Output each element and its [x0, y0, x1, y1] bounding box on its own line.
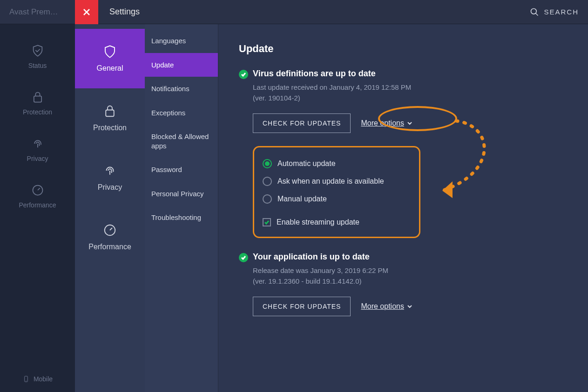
mobile-icon	[22, 375, 30, 383]
app-status-title: Your application is up to date	[253, 252, 568, 262]
rail-item-performance[interactable]: Performance	[0, 173, 75, 219]
checkbox-streaming-update[interactable]: Enable streaming update	[263, 208, 411, 226]
chevron-down-icon	[407, 304, 412, 309]
page-title: Update	[239, 43, 568, 55]
left-rail: Status Protection Privacy Performance Mo…	[0, 24, 75, 392]
radio-icon	[263, 177, 272, 186]
shield-check-icon	[31, 44, 44, 57]
svg-point-1	[531, 8, 537, 14]
rail-item-protection[interactable]: Protection	[0, 80, 75, 126]
virus-status-title: Virus definitions are up to date	[253, 69, 568, 79]
settings-title: Settings	[109, 7, 140, 17]
tab-privacy[interactable]: Privacy	[75, 148, 145, 207]
close-button[interactable]	[75, 0, 98, 24]
fingerprint-icon	[103, 164, 117, 178]
sub-troubleshooting[interactable]: Troubleshooting	[145, 206, 218, 230]
check-virus-updates-button[interactable]: CHECK FOR UPDATES	[253, 113, 351, 133]
search-icon	[530, 7, 539, 17]
radio-manual-update[interactable]: Manual update	[263, 190, 411, 208]
sub-personal-privacy[interactable]: Personal Privacy	[145, 182, 218, 206]
sub-update[interactable]: Update	[145, 53, 218, 77]
tab-performance[interactable]: Performance	[75, 207, 145, 267]
lock-icon	[103, 104, 117, 118]
app-logo: Avast Prem…	[0, 7, 58, 17]
more-options-virus-link[interactable]: More options	[361, 119, 412, 127]
tab-protection[interactable]: Protection	[75, 88, 145, 148]
lock-icon	[31, 91, 44, 104]
sub-notifications[interactable]: Notifications	[145, 77, 218, 101]
sub-password[interactable]: Password	[145, 158, 218, 182]
rail-item-status[interactable]: Status	[0, 33, 75, 80]
virus-version: (ver. 190104-2)	[253, 94, 300, 102]
gauge-icon	[103, 223, 117, 237]
chevron-down-icon	[407, 120, 412, 126]
update-options-panel: Automatic update Ask when an update is a…	[253, 146, 420, 238]
svg-rect-2	[34, 96, 41, 102]
application-section: Your application is up to date Release d…	[239, 252, 568, 316]
radio-icon	[263, 194, 272, 204]
search-label: SEARCH	[544, 8, 579, 16]
virus-definitions-section: Virus definitions are up to date Last up…	[239, 69, 568, 238]
rail-item-mobile[interactable]: Mobile	[22, 375, 53, 383]
check-app-updates-button[interactable]: CHECK FOR UPDATES	[253, 297, 351, 316]
close-icon	[83, 8, 90, 16]
settings-subcategory-column: Languages Update Notifications Exception…	[145, 24, 218, 392]
check-circle-icon	[239, 70, 248, 79]
virus-last-update: Last update received on January 4, 2019 …	[253, 83, 411, 91]
fingerprint-icon	[31, 137, 44, 150]
svg-rect-5	[106, 110, 114, 117]
more-options-app-link[interactable]: More options	[361, 302, 412, 311]
radio-ask-update[interactable]: Ask when an update is available	[263, 173, 411, 190]
sub-languages[interactable]: Languages	[145, 29, 218, 53]
radio-automatic-update[interactable]: Automatic update	[263, 155, 411, 173]
shield-icon	[103, 45, 117, 59]
settings-content: Update Virus definitions are up to date …	[218, 24, 588, 392]
app-name: Avast Prem…	[9, 7, 58, 17]
gauge-icon	[31, 184, 44, 197]
settings-category-column: General Protection Privacy Performance	[75, 24, 145, 392]
app-release-date: Release date was January 3, 2019 6:22 PM	[253, 266, 388, 274]
search-button[interactable]: SEARCH	[530, 7, 579, 17]
app-version: (ver. 19.1.2360 - build 19.1.4142.0)	[253, 277, 362, 285]
rail-item-privacy[interactable]: Privacy	[0, 126, 75, 173]
tab-general[interactable]: General	[75, 29, 145, 88]
checkbox-icon	[263, 218, 271, 226]
sub-exceptions[interactable]: Exceptions	[145, 101, 218, 125]
sub-blocked-allowed[interactable]: Blocked & Allowed apps	[145, 125, 218, 158]
radio-icon	[263, 159, 272, 168]
check-circle-icon	[239, 253, 248, 262]
